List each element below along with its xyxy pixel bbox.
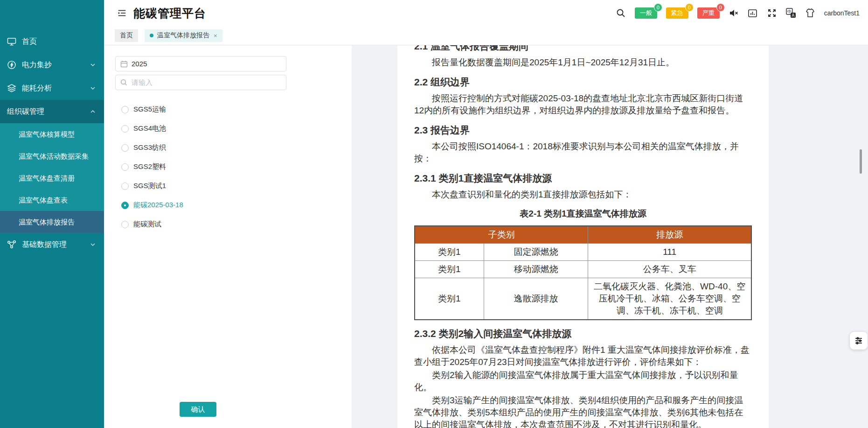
table-row: 类别1 移动源燃烧 公务车、叉车 bbox=[415, 261, 751, 278]
calendar-icon bbox=[120, 60, 128, 68]
year-picker[interactable]: 2025 bbox=[115, 56, 286, 71]
sidebar-item-basic-data[interactable]: 基础数据管理 bbox=[0, 233, 104, 256]
chevron-down-icon bbox=[90, 242, 96, 247]
table-cell: 二氧化碳灭火器、化粪池、WD-40、空压机冷干机、冰箱、公务车空调、空调、冻干机… bbox=[588, 278, 751, 320]
alarm-badge-urgent[interactable]: 紧急 0 bbox=[666, 7, 688, 19]
tab-ghg-report[interactable]: 温室气体排放报告 × bbox=[145, 29, 222, 42]
tabbar: 首页 温室气体排放报告 × bbox=[104, 26, 868, 45]
scrollbar-thumb[interactable] bbox=[860, 149, 862, 174]
sidebar-item-power-reading[interactable]: 电力集抄 bbox=[0, 53, 104, 77]
translate-icon[interactable]: 中 A bbox=[786, 8, 796, 18]
section-heading-2-1: 2.1 温室气体报告覆盖期间 bbox=[414, 45, 752, 53]
section-paragraph: 类别3运输产生的间接温室气体排放、类别4组织使用的产品和服务产生的间接温室气体排… bbox=[414, 394, 752, 428]
chevron-up-icon bbox=[90, 109, 96, 114]
report-option-selected[interactable]: 能碳2025-03-18 bbox=[104, 196, 352, 215]
table-row: 类别1 固定源燃烧 111 bbox=[415, 244, 751, 261]
app-root: 首页 电力集抄 能耗分析 bbox=[0, 0, 868, 428]
sidebar-item-label: 组织碳管理 bbox=[7, 107, 44, 117]
section-paragraph: 报告量化数据覆盖期间是2025年1月1日~2025年12月31日止。 bbox=[414, 56, 752, 69]
fullscreen-icon[interactable] bbox=[767, 8, 777, 18]
main-area: 2025 SGS5运输 SGS4电池 bbox=[104, 45, 868, 428]
table-cell: 公务车、叉车 bbox=[588, 261, 751, 278]
report-option[interactable]: SGS2塑料 bbox=[104, 157, 352, 176]
table-header-cell: 子类别 bbox=[415, 226, 588, 244]
table-cell: 类别1 bbox=[415, 278, 484, 320]
carbon-management-submenu: 温室气体核算模型 温室气体活动数据采集 温室气体盘查清册 温室气体盘查表 温室气… bbox=[0, 123, 104, 233]
table-cell: 类别1 bbox=[415, 244, 484, 261]
close-icon[interactable]: × bbox=[214, 33, 217, 39]
sidebar-subitem-inventory-list[interactable]: 温室气体盘查清册 bbox=[0, 167, 104, 189]
username[interactable]: carbonTest1 bbox=[824, 9, 860, 17]
menu-fold-icon[interactable] bbox=[117, 8, 127, 18]
section-paragraph: 按照运行控制的方式对能碳2025-03-18的盘查地址北京北京市西城区新街口街道… bbox=[414, 92, 752, 117]
report-option[interactable]: 能碳测试 bbox=[104, 215, 352, 234]
sidebar-nav: 首页 电力集抄 能耗分析 bbox=[0, 0, 104, 256]
sidebar-item-label: 电力集抄 bbox=[22, 60, 52, 70]
search-icon[interactable] bbox=[616, 8, 626, 18]
table-cell: 类别1 bbox=[415, 261, 484, 278]
sliders-icon bbox=[854, 336, 863, 345]
monitor-chart-icon[interactable] bbox=[748, 8, 758, 18]
radio-icon bbox=[121, 106, 129, 113]
sidebar-subitem-inventory-table[interactable]: 温室气体盘查表 bbox=[0, 189, 104, 211]
mute-icon[interactable] bbox=[729, 8, 739, 18]
radio-icon bbox=[121, 182, 129, 190]
radio-icon bbox=[121, 125, 129, 133]
search-icon bbox=[120, 79, 128, 86]
radio-checked-icon bbox=[121, 202, 129, 209]
table-cell: 逸散源排放 bbox=[484, 278, 588, 320]
topbar: 能碳管理平台 一般 0 紧急 0 严重 0 bbox=[104, 0, 868, 26]
tab-label: 首页 bbox=[120, 31, 133, 40]
sidebar-item-label: 首页 bbox=[22, 37, 37, 47]
table-row: 类别1 逸散源排放 二氧化碳灭火器、化粪池、WD-40、空压机冷干机、冰箱、公务… bbox=[415, 278, 751, 320]
filter-panel: 2025 SGS5运输 SGS4电池 bbox=[104, 45, 352, 428]
section-heading-2-3: 2.3 报告边界 bbox=[414, 124, 752, 137]
sidebar-item-home[interactable]: 首页 bbox=[0, 30, 104, 53]
report-option-list: SGS5运输 SGS4电池 SGS3纺织 SGS2塑料 SGS测试1 bbox=[104, 100, 352, 234]
section-paragraph: 依据本公司《温室气体盘查控制程序》附件1 重大温室气体间接排放评价标准，盘查小组… bbox=[414, 344, 752, 368]
theme-shirt-icon[interactable] bbox=[805, 8, 815, 18]
alarm-label: 紧急 bbox=[671, 9, 683, 16]
alarm-label: 一般 bbox=[640, 9, 652, 16]
monitor-icon bbox=[7, 37, 17, 47]
table-header-row: 子类别 排放源 bbox=[415, 226, 751, 244]
alarm-badge-severe[interactable]: 严重 0 bbox=[697, 7, 720, 19]
radio-icon bbox=[121, 144, 129, 152]
section-paragraph: 类别2输入能源的间接温室气体排放属于重大温室气体间接排放，予以识别和量化。 bbox=[414, 369, 752, 393]
page-title: 能碳管理平台 bbox=[133, 6, 206, 21]
section-paragraph: 本公司按照ISO14064-1：2018标准要求识别与本公司相关的温室气体排放，… bbox=[414, 140, 752, 165]
table-2-1-caption: 表2-1 类别1直接温室气体排放源 bbox=[414, 208, 752, 220]
table-header-cell: 排放源 bbox=[588, 226, 751, 244]
search-input[interactable] bbox=[132, 78, 281, 86]
tab-home[interactable]: 首页 bbox=[115, 29, 138, 42]
radio-icon bbox=[121, 221, 129, 228]
svg-text:A: A bbox=[792, 13, 794, 18]
sidebar-item-label: 基础数据管理 bbox=[22, 240, 67, 250]
settings-sliders-button[interactable] bbox=[850, 332, 868, 350]
sidebar-subitem-accounting-model[interactable]: 温室气体核算模型 bbox=[0, 123, 104, 145]
sidebar-subitem-activity-data[interactable]: 温室气体活动数据采集 bbox=[0, 145, 104, 167]
active-tab-dot-icon bbox=[150, 34, 153, 37]
section-heading-2-3-1: 2.3.1 类别1直接温室气体排放源 bbox=[414, 172, 752, 185]
table-cell: 移动源燃烧 bbox=[484, 261, 588, 278]
section-paragraph: 本次盘查识别和量化的类别1直接排放源包括如下： bbox=[414, 189, 752, 201]
search-field bbox=[115, 75, 286, 90]
chevron-down-icon bbox=[90, 85, 96, 91]
sidebar-subitem-emission-report[interactable]: 温室气体排放报告 bbox=[0, 211, 104, 233]
report-option[interactable]: SGS5运输 bbox=[104, 100, 352, 119]
alarm-count: 0 bbox=[685, 3, 694, 12]
alarm-badge-general[interactable]: 一般 0 bbox=[635, 7, 657, 19]
sidebar-item-energy-analysis[interactable]: 能耗分析 bbox=[0, 77, 104, 100]
table-cell: 固定源燃烧 bbox=[484, 244, 588, 261]
sidebar-item-carbon-management[interactable]: 组织碳管理 bbox=[0, 100, 104, 123]
confirm-button[interactable]: 确认 bbox=[180, 402, 216, 417]
sidebar: 首页 电力集抄 能耗分析 bbox=[0, 0, 104, 428]
report-option[interactable]: SGS4电池 bbox=[104, 119, 352, 138]
section-heading-2-2: 2.2 组织边界 bbox=[414, 76, 752, 89]
power-circle-icon bbox=[7, 60, 17, 70]
report-document-panel[interactable]: 2.1 温室气体报告覆盖期间 报告量化数据覆盖期间是2025年1月1日~2025… bbox=[397, 45, 769, 428]
report-option[interactable]: SGS测试1 bbox=[104, 176, 352, 196]
chevron-down-icon bbox=[90, 62, 96, 68]
alarm-label: 严重 bbox=[702, 9, 715, 16]
report-option[interactable]: SGS3纺织 bbox=[104, 138, 352, 157]
